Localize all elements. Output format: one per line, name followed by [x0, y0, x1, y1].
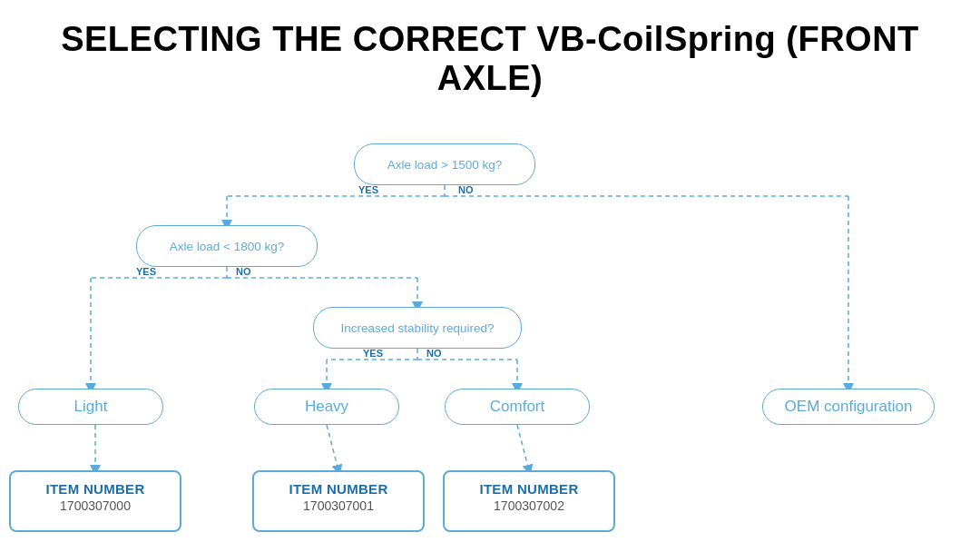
page-title: SELECTING THE CORRECT VB-CoilSpring (FRO… — [0, 0, 980, 107]
decision-2-text: Axle load < 1800 kg? — [170, 240, 284, 253]
result-heavy: Heavy — [254, 389, 399, 425]
item-2-label: ITEM NUMBER — [267, 481, 410, 497]
svg-line-17 — [517, 425, 529, 470]
decision-box-2: Axle load < 1800 kg? — [136, 225, 318, 267]
item-3-number: 1700307002 — [457, 498, 601, 513]
result-comfort-label: Comfort — [490, 398, 544, 416]
item-3-label: ITEM NUMBER — [457, 481, 601, 497]
svg-text:YES: YES — [358, 184, 378, 195]
result-comfort: Comfort — [445, 389, 590, 425]
svg-text:YES: YES — [136, 266, 156, 277]
diagram-area: YES NO YES NO YES NO Axle load > 1500 kg… — [0, 116, 980, 552]
result-oem-label: OEM configuration — [785, 398, 913, 416]
result-light: Light — [18, 389, 163, 425]
item-2-number: 1700307001 — [267, 498, 410, 513]
decision-box-3: Increased stability required? — [313, 307, 522, 349]
item-box-1: ITEM NUMBER 1700307000 — [9, 470, 181, 532]
item-1-label: ITEM NUMBER — [24, 481, 167, 497]
decision-3-text: Increased stability required? — [341, 321, 495, 335]
svg-text:NO: NO — [236, 266, 251, 277]
svg-text:YES: YES — [363, 348, 383, 359]
item-box-3: ITEM NUMBER 1700307002 — [443, 470, 615, 532]
result-heavy-label: Heavy — [305, 398, 348, 416]
svg-text:NO: NO — [426, 348, 442, 359]
item-1-number: 1700307000 — [24, 498, 167, 513]
decision-box-1: Axle load > 1500 kg? — [354, 143, 535, 185]
decision-1-text: Axle load > 1500 kg? — [387, 158, 502, 172]
result-light-label: Light — [74, 398, 108, 416]
result-oem: OEM configuration — [762, 389, 935, 425]
svg-line-16 — [327, 425, 338, 470]
svg-text:NO: NO — [458, 184, 474, 195]
item-box-2: ITEM NUMBER 1700307001 — [252, 470, 425, 532]
